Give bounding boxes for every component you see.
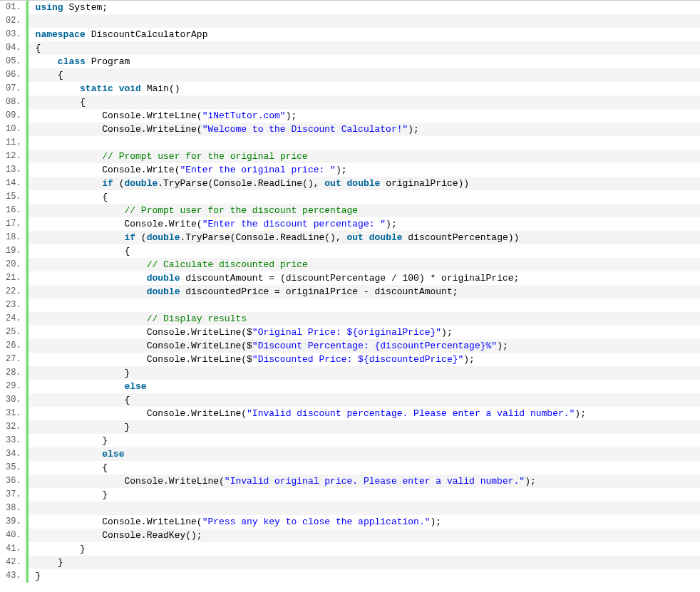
line-number: 38.	[6, 502, 21, 515]
line-number: 24.	[6, 312, 21, 326]
line-number: 04.	[6, 41, 21, 55]
token-plain: {	[36, 43, 41, 53]
line-number: 43.	[6, 569, 21, 583]
code-line: // Prompt user for the discount percenta…	[29, 204, 700, 217]
code-line: static void Main()	[29, 82, 700, 95]
token-cmt: // Display results	[147, 313, 247, 324]
line-number: 18.	[6, 231, 21, 244]
token-plain: Console.WriteLine(	[36, 124, 202, 135]
token-plain: discountPercentage))	[403, 232, 520, 243]
token-plain: Console.WriteLine(	[36, 516, 202, 527]
code-line: if (double.TryParse(Console.ReadLine(), …	[29, 177, 700, 190]
token-plain: originalPrice))	[380, 178, 469, 189]
token-kw: out	[347, 232, 364, 243]
line-number: 11.	[6, 136, 21, 150]
token-plain: Console.WriteLine(	[36, 110, 202, 121]
token-plain	[36, 83, 80, 94]
code-line: {	[29, 41, 700, 55]
token-plain: );	[286, 110, 297, 121]
token-cmt: // Prompt user for the original price	[102, 151, 308, 162]
token-kw: double	[369, 232, 403, 243]
token-str: "Press any key to close the application.…	[202, 516, 431, 527]
token-kw: void	[119, 83, 141, 94]
token-plain: {	[36, 97, 86, 108]
token-str: "Enter the original price: "	[180, 165, 335, 175]
code-line: Console.WriteLine("Welcome to the Discou…	[29, 123, 700, 136]
token-cmt: // Prompt user for the discount percenta…	[124, 205, 358, 216]
line-number: 03.	[6, 28, 21, 41]
token-plain: }	[36, 422, 130, 432]
token-str: "Invalid discount percentage. Please ent…	[247, 408, 575, 419]
token-kw: else	[102, 449, 124, 459]
line-number: 32.	[6, 420, 21, 434]
token-kw: static	[80, 83, 113, 94]
token-plain: System;	[63, 2, 108, 13]
token-plain: Console.Write(	[36, 165, 180, 175]
code-line	[29, 14, 700, 28]
token-kw: double	[147, 232, 180, 243]
token-kw: else	[124, 381, 146, 392]
token-plain: );	[386, 219, 397, 229]
token-plain	[36, 151, 103, 162]
token-kw: double	[347, 178, 381, 189]
token-plain: );	[431, 516, 442, 527]
token-kw: if	[124, 232, 135, 243]
line-number: 19.	[6, 244, 21, 258]
token-plain: }	[36, 435, 108, 446]
code-line: else	[29, 380, 700, 393]
token-plain	[36, 232, 125, 243]
line-number: 34.	[6, 447, 21, 461]
token-plain: );	[525, 476, 536, 487]
token-plain	[36, 449, 103, 459]
code-line	[29, 502, 700, 515]
token-cmt: // Calculate discounted price	[147, 259, 308, 270]
code-line: {	[29, 95, 700, 109]
code-line: }	[29, 488, 700, 502]
token-plain: }	[36, 571, 41, 581]
line-number: 21.	[6, 271, 21, 285]
token-plain: );	[408, 124, 419, 135]
code-line: Console.WriteLine($"Discount Percentage:…	[29, 339, 700, 353]
line-number: 31.	[6, 407, 21, 420]
line-number: 42.	[6, 556, 21, 569]
code-line: // Prompt user for the original price	[29, 150, 700, 163]
token-plain	[36, 313, 147, 324]
code-line: namespace DiscountCalculatorApp	[29, 28, 700, 41]
token-plain: );	[497, 341, 508, 351]
line-number: 33.	[6, 434, 21, 447]
line-number: 22.	[6, 285, 21, 298]
line-number: 25.	[6, 326, 21, 339]
token-plain: {	[36, 192, 108, 202]
code-line: else	[29, 447, 700, 461]
code-line: }	[29, 542, 700, 556]
line-number: 09.	[6, 109, 21, 123]
token-plain: Console.WriteLine(	[36, 408, 247, 419]
line-number: 02.	[6, 14, 21, 28]
line-number: 41.	[6, 542, 21, 556]
code-line: }	[29, 569, 700, 583]
token-plain: DiscountCalculatorApp	[86, 29, 208, 40]
token-kw: double	[147, 286, 180, 297]
line-number: 01.	[6, 1, 21, 14]
line-number: 40.	[6, 529, 21, 542]
code-line: if (double.TryParse(Console.ReadLine(), …	[29, 231, 700, 244]
code-line: {	[29, 68, 700, 82]
token-plain: );	[463, 354, 475, 365]
token-plain: }	[36, 368, 130, 378]
line-number: 17.	[6, 217, 21, 231]
code-line: {	[29, 461, 700, 474]
code-line: Console.WriteLine("Press any key to clos…	[29, 515, 700, 529]
token-plain: }	[36, 544, 86, 554]
token-plain: {	[36, 395, 130, 405]
token-plain: Console.Write(	[36, 219, 202, 229]
token-plain: Console.WriteLine(	[36, 476, 225, 487]
token-str: "Discount Percentage: {discountPercentag…	[252, 341, 497, 351]
token-plain: discountedPrice = originalPrice - discou…	[180, 286, 458, 297]
token-plain: (	[135, 232, 147, 243]
token-plain: Console.ReadKey();	[36, 530, 202, 541]
token-plain: Main()	[141, 83, 180, 94]
code-line: Console.WriteLine($"Original Price: ${or…	[29, 326, 700, 339]
code-line: Console.Write("Enter the original price:…	[29, 163, 700, 177]
token-str: "Enter the discount percentage: "	[202, 219, 386, 229]
line-number-gutter: 01.02.03.04.05.06.07.08.09.10.11.12.13.1…	[0, 1, 26, 583]
